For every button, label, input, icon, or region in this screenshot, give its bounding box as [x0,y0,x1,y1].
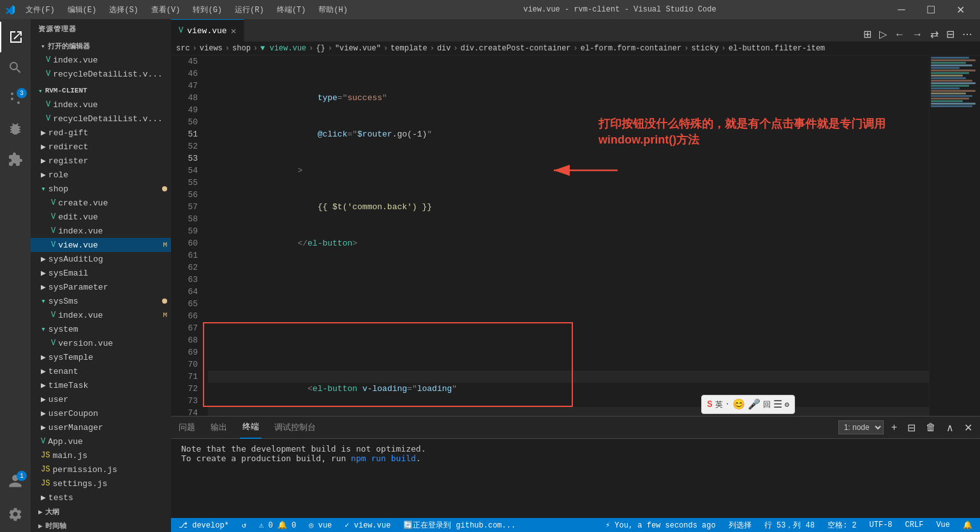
sidebar-item-shop[interactable]: ▾shop [31,182,171,196]
tab-view-vue[interactable]: V view.vue ✕ [171,19,244,41]
sidebar-item-timetask[interactable]: ▶timeTask [31,378,171,392]
status-bell[interactable]: 🔔 [960,521,975,530]
sidebar-item-index-shop[interactable]: V index.vue [31,224,171,238]
tab-close-button[interactable]: ✕ [231,26,236,36]
menu-select[interactable]: 选择(S) [104,3,144,17]
breadcrumb-brackets: {} [316,44,325,53]
status-spaces[interactable]: 空格: 2 [825,520,859,531]
npm-run-build-link[interactable]: npm run build [351,454,416,463]
sidebar-item-index-open[interactable]: V index.vue [31,53,171,67]
sidebar-item-app-vue[interactable]: V App.vue [31,434,171,448]
scm-badge: 3 [17,88,27,98]
status-git-blame[interactable]: ⚡ You, a few seconds ago [603,521,718,530]
sidebar-item-index-vue[interactable]: V index.vue [31,98,171,112]
maximize-button[interactable]: ☐ [916,0,946,19]
open-changes-button[interactable]: ⇄ [928,27,941,41]
code-line-45: type="success" [208,80,929,92]
status-selection[interactable]: 列选择 [726,520,754,531]
line-num-60: 60 [171,237,198,249]
minimize-button[interactable]: ─ [887,0,916,19]
status-check[interactable]: ✓ view.vue [342,521,393,530]
panel-tab-problems[interactable]: 问题 [176,417,198,439]
menu-bar[interactable]: 文件(F) 编辑(E) 选择(S) 查看(V) 转到(G) 运行(R) 终端(T… [20,3,353,17]
sidebar-item-recyclelist[interactable]: V recycleDetailList.v... [31,112,171,126]
sidebar-tree: ▾打开的编辑器 V index.vue V recycleDetailList.… [31,39,171,532]
trash-terminal-button[interactable]: 🗑 [923,420,939,434]
menu-help[interactable]: 帮助(H) [313,3,353,17]
terminal-line-2: To create a production build, run npm ru… [181,454,970,463]
menu-view[interactable]: 查看(V) [146,3,186,17]
sidebar-item-view-vue[interactable]: V view.vue M [31,238,171,252]
activity-search[interactable] [0,52,31,83]
sidebar-item-system[interactable]: ▾system [31,322,171,336]
activity-scm[interactable]: 3 [0,83,31,114]
status-position[interactable]: 行 53，列 48 [762,520,817,531]
sidebar-item-main-js[interactable]: JS main.js [31,448,171,462]
sidebar-item-tenant[interactable]: ▶tenant [31,364,171,378]
sidebar-item-outline[interactable]: ▶大纲 [31,505,171,519]
sidebar-item-permission-js[interactable]: JS permission.js [31,462,171,477]
status-errors[interactable]: ⚠ 0 🔔 0 [256,521,299,530]
ime-settings: ⚙ [785,400,789,410]
sidebar-item-create-vue[interactable]: V create.vue [31,196,171,210]
sidebar-item-rvm-client[interactable]: ▾ RVM-CLIENT [31,84,171,98]
toggle-panel-button[interactable]: ⊟ [944,27,957,41]
panel-tab-debug[interactable]: 调试控制台 [272,417,318,439]
status-branch[interactable]: ⎇ develop* [176,521,232,530]
sidebar-item-systemple[interactable]: ▶sysTemple [31,350,171,364]
sidebar-item-usermanager[interactable]: ▶userManager [31,420,171,434]
status-eol[interactable]: CRLF [903,521,926,529]
window-controls[interactable]: ─ ☐ ✕ [887,0,975,19]
terminal-selector[interactable]: 1: node [838,420,884,434]
new-terminal-button[interactable]: + [889,420,900,434]
sidebar-item-usercoupon[interactable]: ▶userCoupon [31,406,171,420]
sidebar-item-role[interactable]: ▶role [31,168,171,182]
menu-run[interactable]: 运行(R) [230,3,269,17]
sidebar-header: 资源管理器 [31,19,171,39]
close-button[interactable]: ✕ [946,0,975,19]
sidebar-item-redirect[interactable]: ▶redirect [31,140,171,154]
activity-explorer[interactable] [0,22,31,52]
run-button[interactable]: ▷ [877,27,889,41]
code-editor[interactable]: 45 46 47 48 49 50 51 52 53 54 55 56 57 5… [171,55,980,416]
split-editor-button[interactable]: ⊞ [861,27,874,41]
activity-settings[interactable] [0,499,31,529]
sidebar-item-open-editors[interactable]: ▾打开的编辑器 [31,39,171,53]
more-actions-button[interactable]: ⋯ [960,27,975,41]
sidebar-item-sysauditlog[interactable]: ▶sysAuditLog [31,252,171,266]
status-github[interactable]: 🔄正在登录到 github.com... [401,520,518,531]
sidebar-item-recyclelist-open[interactable]: V recycleDetailList.v... [31,67,171,81]
panel-close-button[interactable]: ✕ [961,420,975,435]
sidebar-item-red-gift[interactable]: ▶red-gift [31,126,171,140]
menu-file[interactable]: 文件(F) [20,3,60,17]
status-language[interactable]: Vue [933,521,953,529]
sidebar-item-settings-js[interactable]: JS settings.js [31,477,171,491]
sidebar-item-edit-vue[interactable]: V edit.vue [31,210,171,224]
activity-account[interactable]: 1 [0,466,31,496]
sidebar-item-register[interactable]: ▶register [31,154,171,168]
activity-extensions[interactable] [0,144,31,175]
go-forward-button[interactable]: → [910,27,925,41]
status-vue[interactable]: ◎ vue [306,521,334,530]
sidebar-item-tests[interactable]: ▶tests [31,491,171,505]
split-terminal-button[interactable]: ⊟ [905,420,918,435]
sidebar-item-sysparameter[interactable]: ▶sysParameter [31,280,171,294]
line-num-55: 55 [171,177,198,189]
code-content[interactable]: type="success" @click="$router.go(-1)" >… [203,55,929,416]
panel-tab-terminal[interactable]: 终端 [240,417,262,439]
panel-maximize-button[interactable]: ∧ [944,420,956,435]
go-back-button[interactable]: ← [892,27,907,41]
sidebar-item-version-vue[interactable]: V version.vue [31,336,171,350]
activity-debug[interactable] [0,114,31,144]
sidebar-item-sysemail[interactable]: ▶sysEmail [31,266,171,280]
menu-terminal[interactable]: 终端(T) [272,3,311,17]
sidebar-item-syssms[interactable]: ▾sysSms [31,294,171,308]
sidebar-item-user[interactable]: ▶user [31,392,171,406]
sidebar-item-timeline[interactable]: ▶时间轴 [31,519,171,532]
menu-goto[interactable]: 转到(G) [188,3,227,17]
menu-edit[interactable]: 编辑(E) [63,3,102,17]
sidebar-item-index-syssms[interactable]: V index.vue M [31,308,171,322]
panel-tab-output[interactable]: 输出 [208,417,230,439]
status-encoding[interactable]: UTF-8 [867,521,895,529]
status-sync[interactable]: ↺ [239,521,249,530]
